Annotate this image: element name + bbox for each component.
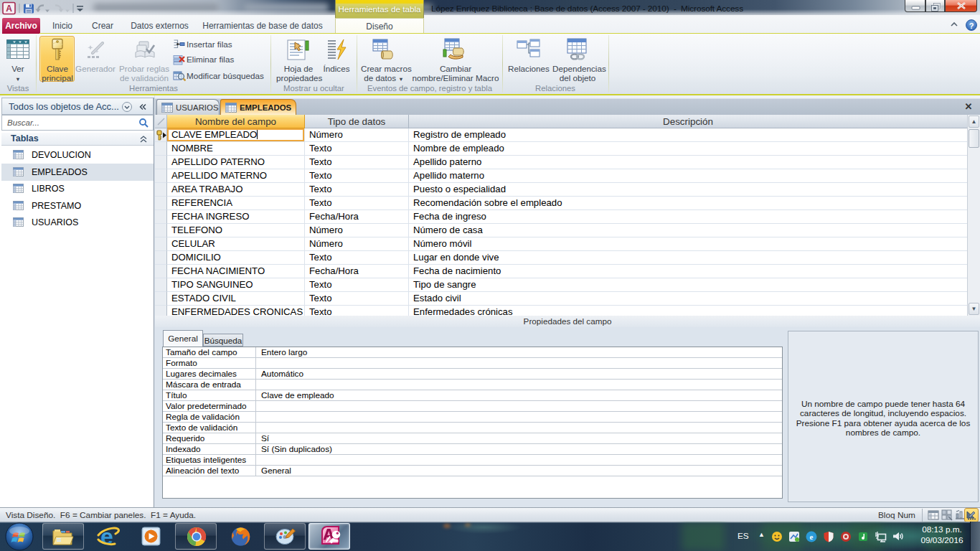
svg-text:e: e: [810, 532, 814, 541]
svg-text:A: A: [6, 4, 12, 14]
